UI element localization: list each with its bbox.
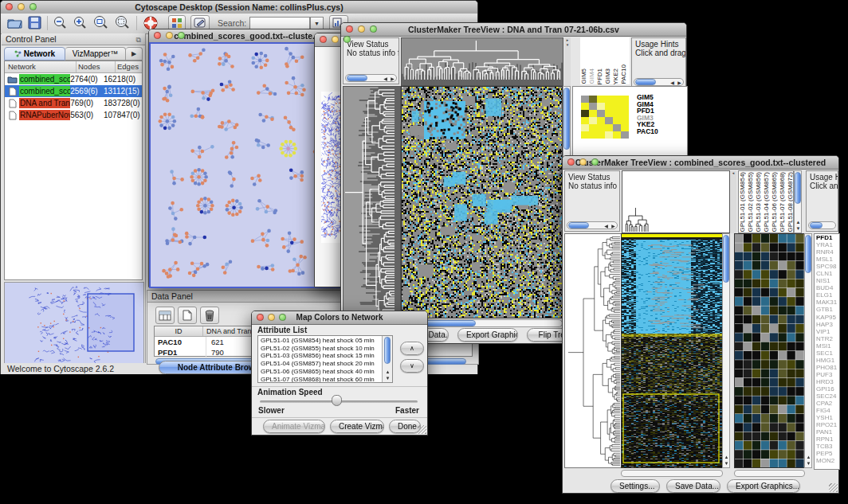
tv2-status-hscroll[interactable] [568, 222, 589, 229]
attribute-listbox[interactable]: GPL51-01 (GSM854) heat shock 05 minGPL51… [257, 335, 393, 383]
network-overview-thumbnail[interactable] [4, 282, 144, 366]
tab-network[interactable]: Network [4, 47, 65, 61]
minimize-icon[interactable] [332, 36, 339, 43]
attribute-up-button[interactable]: ∧ [400, 342, 424, 355]
minimize-icon[interactable] [166, 32, 173, 39]
tv1-status-hscroll[interactable] [347, 75, 367, 81]
tv2-collabels-vscroll-track[interactable]: ▲ ▼ [794, 170, 802, 233]
scroll-left-arrow[interactable]: ◀ [603, 223, 610, 229]
attribute-list-item[interactable]: GPL51-03 (GSM856) heat shock 15 min [261, 352, 392, 360]
tv2-heatmap-vscroll[interactable] [723, 235, 729, 283]
tv2-hscroll-track2[interactable] [734, 470, 805, 477]
zoom-window-icon[interactable] [178, 32, 185, 39]
data-col-id[interactable]: ID [155, 326, 203, 336]
attribute-list-item[interactable]: GPL51-01 (GSM854) heat shock 05 min [261, 337, 392, 345]
zoom-window-icon[interactable] [279, 314, 286, 321]
new-attribute-button[interactable] [178, 307, 197, 324]
scroll-down-arrow[interactable]: ▼ [723, 460, 730, 467]
tv2-hints-hscroll[interactable] [810, 222, 822, 229]
col-nodes[interactable]: Nodes [77, 61, 116, 72]
zoom-fit-icon[interactable] [93, 16, 109, 33]
attribute-list-item[interactable]: GPL51-04 (GSM857) heat shock 20 min [261, 360, 392, 368]
tv2-collabels-vscroll[interactable] [795, 172, 801, 204]
scroll-up-arrow[interactable]: ▲ [723, 454, 730, 460]
zoom-window-icon[interactable] [370, 25, 377, 33]
close-icon[interactable] [154, 32, 161, 39]
col-edges[interactable]: Edges [116, 61, 142, 72]
network-tree-row[interactable]: DNA and Tran 07769(0)183728(0) [5, 97, 142, 109]
zoom-in-icon[interactable] [73, 16, 88, 33]
attribute-list-vscroll[interactable] [384, 337, 391, 364]
zoom-out-icon[interactable] [53, 16, 68, 33]
resize-grip[interactable] [418, 425, 426, 434]
scroll-left-arrow[interactable]: ◀ [382, 76, 389, 82]
scroll-up-arrow[interactable]: ▲ [384, 369, 391, 375]
resize-grip[interactable] [829, 483, 838, 492]
open-session-button[interactable] [7, 16, 22, 33]
tv1-splitter[interactable]: ▸▾ [564, 37, 571, 86]
close-icon[interactable] [320, 36, 327, 43]
done-button[interactable]: Done [389, 420, 421, 433]
close-icon[interactable] [6, 3, 13, 10]
scroll-down-arrow[interactable]: ▼ [795, 225, 802, 232]
scroll-right-arrow[interactable]: ▶ [610, 223, 617, 229]
float-panel-icon[interactable]: ⧉ [136, 34, 141, 45]
tab-overflow-arrow[interactable]: ▶ [126, 47, 143, 61]
attribute-list-item[interactable]: GPL51-07 (GSM868) heat shock 60 min [261, 376, 392, 383]
zoom-window-icon[interactable] [591, 158, 599, 166]
tv2-row-dendrogram[interactable] [564, 233, 622, 468]
save-session-button[interactable] [28, 16, 41, 33]
tab-vizmapper[interactable]: VizMapper™ [65, 47, 126, 61]
minimize-icon[interactable] [579, 158, 587, 166]
tv2-splitter[interactable]: ◂ [730, 170, 736, 233]
network-tree-row[interactable]: RNAPuberNov2+I563(0)107847(0) [5, 109, 142, 121]
attribute-list-item[interactable]: GPL51-06 (GSM865) heat shock 40 min [261, 368, 392, 376]
close-icon[interactable] [567, 158, 575, 166]
scroll-up-arrow[interactable]: ▲ [805, 454, 812, 460]
tv2-hscroll-track1[interactable] [621, 470, 723, 477]
minimize-icon[interactable] [18, 3, 25, 10]
minimize-icon[interactable] [268, 314, 275, 321]
tv2-column-dendrogram[interactable] [622, 170, 730, 233]
minimize-icon[interactable] [358, 25, 365, 33]
attribute-list-item[interactable]: GPL51-02 (GSM855) heat shock 10 min [261, 345, 392, 353]
tv1-hints-hscroll[interactable] [635, 79, 656, 85]
search-input[interactable] [249, 17, 310, 29]
scroll-down-arrow[interactable]: ▼ [805, 460, 812, 467]
zoom-window-icon[interactable] [344, 36, 351, 43]
tv1-heatmap-vscroll[interactable] [563, 88, 570, 150]
zoom-selected-icon[interactable] [115, 16, 131, 33]
network-tree-row[interactable]: combined_scores2764(0)16218(0) [5, 73, 142, 85]
close-icon[interactable] [257, 314, 264, 321]
tv2-zoom-vscroll[interactable] [805, 235, 811, 273]
treeview1-titlebar[interactable]: ClusterMaker TreeView : DNA and Tran 07-… [341, 23, 686, 37]
scroll-right-arrow[interactable]: ▶ [389, 76, 396, 82]
scroll-down-arrow[interactable]: ▼ [384, 375, 391, 381]
col-network[interactable]: Network [5, 61, 77, 72]
tv2-zoom-heatmap[interactable] [734, 233, 805, 468]
tv2-heatmap-vscroll-track[interactable]: ▲ ▼ [722, 233, 730, 468]
scroll-up-arrow[interactable]: ▲ [795, 219, 802, 225]
map-dialog-titlebar[interactable]: Map Colors to Network [252, 311, 427, 325]
create-vizmap-button[interactable]: Create Vizmap [330, 420, 384, 433]
main-titlebar[interactable]: Cytoscape Desktop (Session Name: collins… [1, 1, 477, 14]
scroll-right-arrow[interactable]: ▶ [676, 80, 683, 86]
delete-attribute-button[interactable] [200, 307, 219, 324]
animation-slider-thumb[interactable] [332, 395, 342, 406]
tv2-save-data-button[interactable]: Save Data... [666, 479, 720, 493]
tv1-export-graphics-button[interactable]: Export Graphics... [457, 328, 518, 342]
treeview2-titlebar[interactable]: ClusterMaker TreeView : combined_scores_… [563, 156, 838, 170]
tv1-row-dendrogram[interactable] [343, 86, 401, 318]
tv1-yellow-submatrix[interactable] [581, 96, 629, 139]
network-tree-row[interactable]: combined_sco2569(6)13112(15) [5, 85, 142, 97]
attribute-down-button[interactable]: ∨ [400, 359, 424, 373]
tv1-column-dendrogram[interactable] [401, 37, 563, 86]
tv2-export-graphics-button[interactable]: Export Graphics... [727, 479, 800, 493]
zoom-window-icon[interactable] [29, 3, 37, 10]
animate-vizmap-button[interactable]: Animate Vizmap [263, 420, 325, 433]
tv1-heatmap[interactable] [401, 86, 563, 318]
close-icon[interactable] [346, 25, 353, 33]
tv2-zoom-vscroll-track[interactable]: ▲ ▼ [804, 233, 812, 468]
scroll-left-arrow[interactable]: ◀ [669, 80, 676, 86]
tv2-heatmap[interactable] [621, 233, 723, 468]
